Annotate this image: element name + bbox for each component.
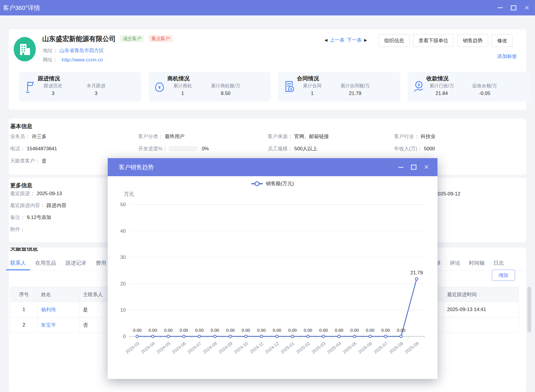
svg-text:¥: ¥ [418,83,420,87]
svg-text:0.00: 0.00 [242,328,250,333]
progress-bar [169,146,198,151]
detail-tab[interactable]: 跟进记录 [65,256,86,270]
stat-title: 商机情况 [167,75,189,82]
svg-text:2024-04: 2024-04 [140,341,156,354]
window-controls: ✕ [497,0,530,15]
prev-arrow-icon[interactable]: ◀ [325,38,327,42]
date-fragment: 025-09-12 [438,191,460,197]
svg-text:10: 10 [120,307,126,313]
svg-text:2024-12: 2024-12 [264,341,280,354]
svg-text:0.00: 0.00 [304,328,312,333]
address-line: 地址：山东省青岛市四方区 [43,47,104,54]
svg-text:2024-03: 2024-03 [125,341,140,354]
contact-name-link[interactable]: 杨利伟 [38,302,79,317]
header-action-button[interactable]: 修改 [492,34,513,47]
modal-maximize-icon[interactable] [411,164,417,170]
next-arrow-icon[interactable]: ▶ [364,38,367,42]
company-name: 山东盛宏新能源有限公司成交客户重点客户 [42,34,173,43]
svg-text:2024-10: 2024-10 [233,341,249,354]
svg-text:0.00: 0.00 [335,328,343,333]
svg-text:0.00: 0.00 [288,328,297,333]
detail-tab[interactable]: 评论 [450,256,460,270]
field-label: 客户行业： [394,134,419,139]
svg-text:50: 50 [120,202,126,207]
svg-text:0: 0 [123,334,126,339]
tabs-right-group: 录评论时间轴日志 [436,256,504,270]
svg-text:20: 20 [120,281,126,287]
stat-label: 累计已收/万 [424,83,460,89]
field-label: 最近跟进： [10,190,35,197]
svg-text:2025-03: 2025-03 [311,341,326,354]
field-label: 员工规模： [268,146,293,151]
next-record-link[interactable]: 下一条 [347,37,362,43]
add-tag-link[interactable]: 添加标签 [497,53,517,60]
stat-label: 跟进历史 [35,83,71,89]
field-label: 年收入(万)： [394,146,422,151]
more-info-fields: 最近跟进：2025-09-13 最近跟进内容：跟进内容 备注：9.12号添加 附… [10,188,66,235]
svg-text:0.00: 0.00 [133,328,141,333]
window-titlebar: 客户360°详情 ✕ [0,0,535,15]
close-icon[interactable]: ✕ [524,5,530,11]
field-value: 跟进内容 [47,202,66,209]
field-label: 电话： [10,146,25,151]
svg-text:2025-07: 2025-07 [373,341,389,354]
field-value: 0% [202,146,209,151]
address-link[interactable]: 山东省青岛市四方区 [59,48,104,53]
svg-text:2024-11: 2024-11 [249,341,264,354]
detail-tab[interactable]: 日志 [493,256,504,270]
svg-text:2025-04: 2025-04 [326,341,342,354]
stat-value: 1 [164,91,201,96]
stat-card-collection[interactable]: ¥ 收款情况 累计已收/万21.84 应收余额/万-0.05 [408,72,530,102]
minimize-icon[interactable] [497,5,503,11]
svg-text:2024-09: 2024-09 [218,341,233,354]
clipped-section-heading: 天眼查信息 [10,248,38,253]
info-field: 员工规模：500人以上 [268,145,394,152]
field-value: 500人以上 [294,146,317,151]
svg-text:0.00: 0.00 [226,328,235,333]
stat-card-opportunity[interactable]: ¥ 商机情况 累计商机1 累计商机额/万8.50 [148,72,271,102]
stat-card-followup[interactable]: 跟进情况 跟进历史3 本月跟进3 [19,72,141,102]
detail-tab[interactable]: 费用 [96,256,106,270]
detail-tab[interactable]: 时间轴 [469,256,485,270]
modal-minimize-icon[interactable] [398,164,404,170]
contact-name-link[interactable]: 朱宝平 [38,317,79,333]
stat-card-contract[interactable]: ¥ 合同情况 累计合同1 累计合同额/万21.79 [278,72,400,102]
add-contact-button[interactable]: 增加 [492,270,515,281]
field-value: 9.12号添加 [27,214,51,221]
last-follow-cell [444,317,519,333]
stat-label: 累计合同额/万 [332,83,378,89]
modal-titlebar: 客户销售趋势 ✕ [108,158,437,176]
svg-text:0.00: 0.00 [180,328,188,333]
prev-record-link[interactable]: 上一条 [330,37,345,43]
website-label: 网址： [43,57,58,63]
header-action-button[interactable]: 销售趋势 [457,34,488,47]
column-header: 姓名 [38,287,79,302]
modal-controls: ✕ [398,158,429,176]
header-action-button[interactable]: 查看下级单位 [413,34,454,47]
sales-trend-chart: 010203040502024-032024-042024-052024-062… [108,176,437,379]
field-label: 附件： [10,226,25,233]
stat-value: 21.79 [332,91,378,96]
scrollbar[interactable] [527,287,531,332]
basic-info-title: 基本信息 [10,123,32,130]
last-follow-cell: 2025-09-13 14:41 [444,302,519,317]
header-action-button[interactable]: 组织信息 [379,34,410,47]
svg-text:2025-06: 2025-06 [357,341,373,354]
collection-icon: ¥ [413,80,424,95]
detail-tab[interactable]: 联系人 [10,256,26,270]
info-field: 最近跟进：2025-09-13 [10,188,66,199]
website-link[interactable]: http://www.ccnn.cn [62,57,103,63]
sales-trend-modal: 客户销售趋势 ✕ 销售额(万元) 万元 010203040502024-0320… [108,158,437,379]
svg-text:0.00: 0.00 [319,328,328,333]
stat-label: 累计商机额/万 [202,83,249,89]
stat-value: 21.84 [424,91,460,96]
field-label: 开发进度%： [138,146,167,151]
detail-tab[interactable]: 在用竞品 [35,256,56,270]
modal-close-icon[interactable]: ✕ [424,164,429,170]
contract-icon: ¥ [283,80,295,95]
column-header: 最近跟进时间 [444,287,519,302]
maximize-icon[interactable] [511,5,516,11]
field-label: 客户分类： [138,134,163,139]
stat-value: 3 [35,91,71,96]
svg-text:¥: ¥ [290,87,292,91]
